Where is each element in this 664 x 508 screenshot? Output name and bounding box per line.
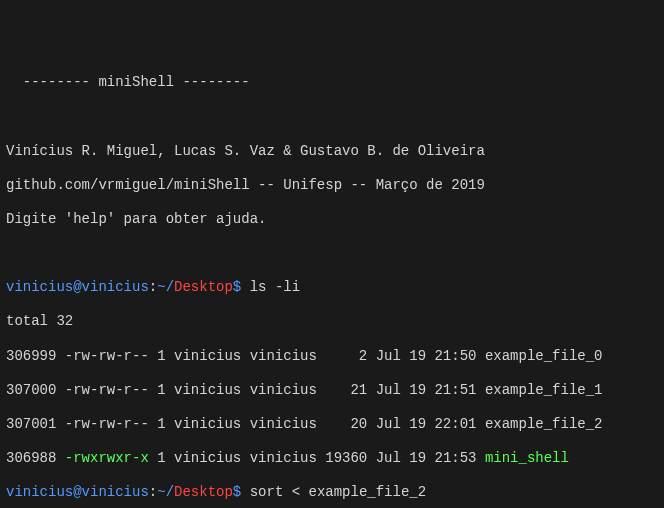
prompt-line-1[interactable]: vinicius@vinicius:~/Desktop$ ls -li: [6, 279, 658, 296]
output-total-1: total 32: [6, 313, 658, 330]
output-row: 306999 -rw-rw-r-- 1 vinicius vinicius 2 …: [6, 348, 658, 365]
prompt-sep: :: [149, 279, 157, 295]
header-title: -------- miniShell --------: [6, 74, 658, 91]
prompt-dir: Desktop: [174, 279, 233, 295]
command-2: sort < example_file_2: [250, 484, 426, 500]
prompt-userhost: vinicius@vinicius: [6, 484, 149, 500]
blank-line: [6, 245, 658, 262]
command-1: ls -li: [250, 279, 300, 295]
perms-exec: -rwxrwxr-x: [65, 450, 149, 466]
prompt-userhost: vinicius@vinicius: [6, 279, 149, 295]
prompt-dollar: $: [233, 279, 250, 295]
output-row: 307001 -rw-rw-r-- 1 vinicius vinicius 20…: [6, 416, 658, 433]
header-help: Digite 'help' para obter ajuda.: [6, 211, 658, 228]
prompt-tilde: ~/: [157, 279, 174, 295]
filename-exec: mini_shell: [485, 450, 569, 466]
prompt-dir: Desktop: [174, 484, 233, 500]
output-row-exec: 306988 -rwxrwxr-x 1 vinicius vinicius 19…: [6, 450, 658, 467]
prompt-tilde: ~/: [157, 484, 174, 500]
output-row: 307000 -rw-rw-r-- 1 vinicius vinicius 21…: [6, 382, 658, 399]
prompt-dollar: $: [233, 484, 250, 500]
blank-line: [6, 108, 658, 125]
prompt-line-2[interactable]: vinicius@vinicius:~/Desktop$ sort < exam…: [6, 484, 658, 501]
prompt-sep: :: [149, 484, 157, 500]
header-info: github.com/vrmiguel/miniShell -- Unifesp…: [6, 177, 658, 194]
header-authors: Vinícius R. Miguel, Lucas S. Vaz & Gusta…: [6, 143, 658, 160]
